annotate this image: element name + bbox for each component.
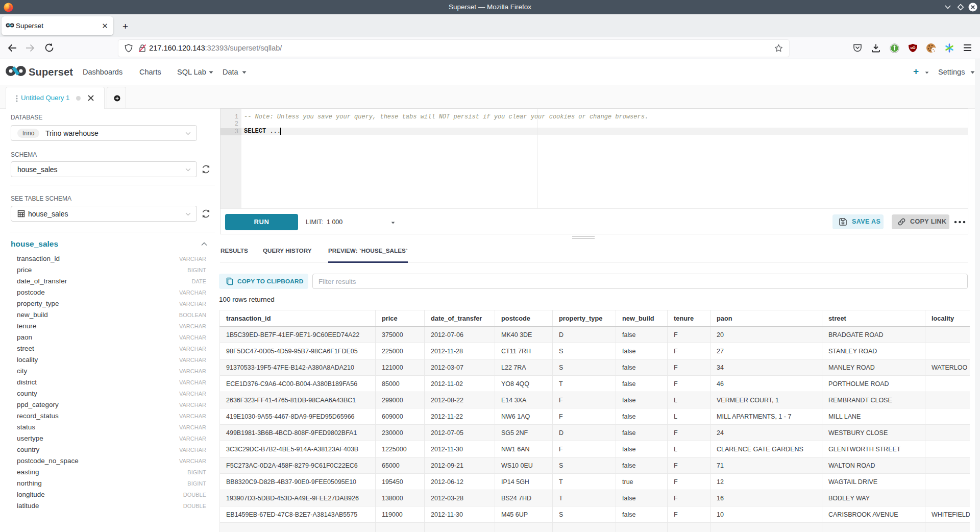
svg-text:uO: uO xyxy=(911,46,916,50)
